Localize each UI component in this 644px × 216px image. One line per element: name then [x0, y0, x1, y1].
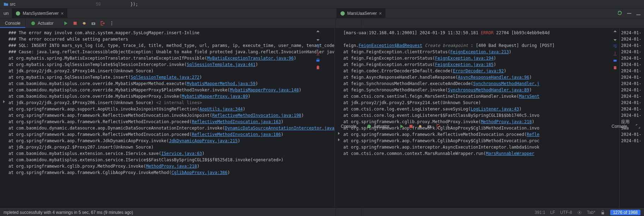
- print-icon[interactable]: [613, 58, 618, 63]
- svg-rect-5: [73, 22, 76, 25]
- print-icon[interactable]: [315, 58, 320, 63]
- stack-link[interactable]: MethodProxy.java:218: [481, 119, 532, 124]
- left-console-panel: ### The error may involve com.ahsz.syste…: [0, 28, 335, 208]
- stop-icon[interactable]: [73, 21, 78, 26]
- camera-icon[interactable]: [91, 21, 96, 26]
- line-ending[interactable]: LF: [550, 210, 555, 215]
- stack-link[interactable]: SqlSessionTemplate.java:441: [187, 62, 256, 67]
- stack-link[interactable]: MarsRunnableWrapper: [486, 151, 534, 156]
- stack-link[interactable]: DynamicDataSourceAnnotationInterceptor.j…: [225, 126, 335, 131]
- expand-icon[interactable]: [636, 124, 640, 129]
- stack-link[interactable]: CglibAopProxy.java:386: [171, 170, 227, 175]
- encoding[interactable]: UTF-8: [560, 210, 572, 215]
- stack-link[interactable]: ReflectiveMethodInvocation.java:163: [192, 119, 281, 124]
- stack-link[interactable]: FeignException$BadRequest: [358, 43, 422, 48]
- right-console-panel: [mars-uaa:192.168.40.1:20001] 2024-01-19…: [335, 28, 619, 208]
- cursor-position[interactable]: 391:1: [535, 210, 545, 215]
- stack-link[interactable]: IService.java:63: [161, 151, 202, 156]
- soft-wrap-icon[interactable]: [613, 44, 618, 49]
- lock-icon[interactable]: [600, 210, 605, 215]
- stack-link[interactable]: ReflectiveMethodInvocation.java:186: [192, 132, 281, 137]
- close-icon[interactable]: ×: [61, 11, 64, 16]
- bug-icon[interactable]: [82, 21, 87, 26]
- scroll-end-icon[interactable]: [613, 51, 618, 56]
- expand-fold-icon[interactable]: [2, 100, 6, 104]
- stack-link[interactable]: AsyncResponseHandler.java:96: [458, 75, 529, 80]
- stack-link[interactable]: MybatisMapperProxy.java:89: [182, 94, 248, 99]
- run-tool-label[interactable]: un: [0, 8, 12, 18]
- log-line: at feign.AsyncResponseHandler.handleResp…: [343, 74, 612, 80]
- code-snippet: });: [130, 0, 138, 8]
- more-icon[interactable]: [109, 21, 114, 26]
- stack-link[interactable]: FeignException.java:194: [435, 56, 493, 61]
- stack-link[interactable]: ErrorDecoder.java:92: [453, 68, 504, 73]
- stack-link[interactable]: MybatisMapperMethod.java:59: [187, 81, 256, 86]
- svg-point-11: [111, 24, 112, 25]
- expand-fold-icon[interactable]: [337, 138, 341, 142]
- svg-point-1: [341, 11, 345, 15]
- tab-label: MarsUaaServer: [347, 11, 377, 16]
- clear-icon[interactable]: [613, 65, 618, 70]
- log-line: at jdk.proxy2/jdk.proxy2.$Proxy206.inser…: [8, 100, 327, 106]
- log-line: at org.mybatis.spring.MyBatisExceptionTr…: [8, 55, 327, 61]
- log-line: at jdk.proxy2/jdk.proxy2.$Proxy207.inser…: [8, 144, 327, 150]
- clear-icon[interactable]: [315, 65, 320, 70]
- stack-link[interactable]: SqlSessionTemplate.java:272: [131, 75, 200, 80]
- expand-fold-icon[interactable]: [337, 131, 341, 136]
- log-line: at org.mybatis.spring.SqlSessionTemplate…: [8, 61, 327, 68]
- stack-link[interactable]: LogListener.java:43: [471, 107, 519, 112]
- stack-link[interactable]: JdkDynamicAopProxy.java:215: [169, 138, 238, 143]
- stack-link[interactable]: MybatisMapperProxy.java:148: [230, 88, 299, 92]
- stack-link[interactable]: Refle: [527, 132, 539, 137]
- log-line: ### The error may involve com.ahsz.syste…: [8, 30, 327, 36]
- svg-rect-21: [317, 59, 319, 60]
- log-line: at com.baomidou.mybatisplus.extension.se…: [8, 150, 327, 157]
- rerun-icon[interactable]: [617, 11, 623, 16]
- stack-link[interactable]: ReflectiveMethodInvocation.java:198: [212, 113, 301, 118]
- soft-wrap-icon[interactable]: [315, 44, 320, 49]
- readonly-icon[interactable]: [577, 210, 582, 215]
- spring-icon: [340, 11, 345, 16]
- stack-link[interactable]: FeignException.java:213: [450, 49, 509, 54]
- stack-link[interactable]: SynchronousMethodHandler.java:89: [448, 88, 529, 92]
- exit-icon[interactable]: [100, 21, 105, 26]
- stack-link[interactable]: MarsSent: [519, 94, 540, 99]
- console-tab[interactable]: Console: [0, 18, 26, 28]
- indent-setting[interactable]: Tab*: [587, 210, 595, 215]
- tab-mars-system-server[interactable]: MarsSystemServer ×: [12, 8, 67, 18]
- stack-link[interactable]: MyBatisExceptionTranslator.java:96: [207, 56, 294, 61]
- log-line: at jdk.proxy2/jdk.proxy2.$Proxy214.set(U…: [343, 100, 612, 106]
- log-line: at com.ctsi.core.log.event.LogListener.s…: [343, 106, 612, 112]
- stack-link[interactable]: AopUtils.java:344: [200, 107, 243, 112]
- scroll-end-icon[interactable]: [315, 51, 320, 56]
- log-line: at feign.FeignException.errorStatus(Feig…: [343, 55, 612, 61]
- stack-link[interactable]: FeignException.java:185: [435, 62, 493, 67]
- resume-icon[interactable]: [63, 21, 68, 26]
- stack-link[interactable]: MethodProxy.java:218: [146, 164, 197, 169]
- log-line: at feign.SynchronousMethodHandler.execut…: [343, 80, 612, 87]
- svg-point-23: [579, 212, 580, 213]
- arrow-up-icon[interactable]: [315, 30, 320, 35]
- project-name: src: [10, 2, 16, 7]
- log-line: at com.baomidou.dynamic.datasource.aop.D…: [8, 125, 327, 131]
- log-line: ### The error occurred while setting par…: [8, 36, 327, 42]
- right-log-content[interactable]: [mars-uaa:192.168.40.1:20001] 2024-01-19…: [335, 28, 619, 158]
- console-toolbar-row: Console Actuator Console Actuator: [0, 18, 644, 28]
- log-line: at org.springframework.aop.framework.Ref…: [343, 131, 612, 138]
- log-line: ### Cause: java.lang.reflect.Inaccessibl…: [8, 49, 327, 55]
- arrow-down-icon[interactable]: [315, 37, 320, 42]
- svg-point-4: [31, 21, 35, 25]
- tab-mars-uaa-server[interactable]: MarsUaaServer ×: [337, 8, 386, 18]
- close-icon[interactable]: ×: [379, 11, 382, 16]
- arrow-up-icon[interactable]: [613, 30, 618, 35]
- stack-link[interactable]: SynchronousMethodHandler.j: [473, 81, 539, 86]
- log-line: at jdk.proxy2/jdk.proxy2.$Proxy146.inser…: [8, 68, 327, 74]
- actuator-tab[interactable]: Actuator: [26, 21, 59, 26]
- folder-icon: [4, 2, 8, 6]
- minimize-icon[interactable]: [626, 11, 632, 16]
- spring-icon: [16, 11, 20, 16]
- left-log-content[interactable]: ### The error may involve com.ahsz.syste…: [0, 28, 335, 177]
- hide-icon[interactable]: [636, 11, 641, 16]
- arrow-down-icon[interactable]: [613, 37, 618, 42]
- log-line: at org.springframework.aop.interceptor.A…: [343, 144, 612, 150]
